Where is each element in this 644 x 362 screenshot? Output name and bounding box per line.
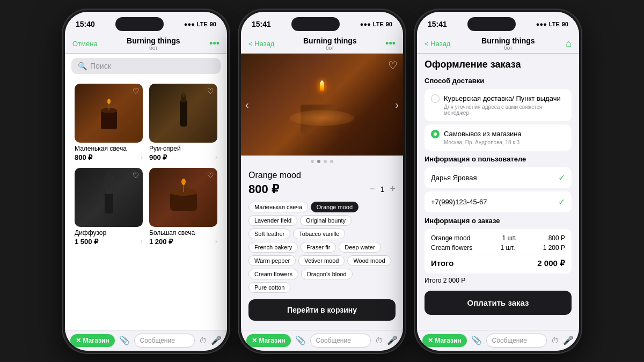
app-subtitle-1: бот	[127, 45, 180, 51]
svg-line-11	[112, 176, 114, 192]
back-button-3[interactable]: < Назад	[425, 40, 450, 48]
add-to-cart-button[interactable]: Перейти в корзину	[248, 299, 396, 321]
mic-icon-3[interactable]: 🎤	[563, 335, 574, 345]
message-placeholder-3: Сообщение	[492, 337, 527, 344]
radio-unchecked-0	[431, 94, 440, 103]
phone-3: 15:41 ●●● LTE 90 < Назад Burning things …	[415, 10, 581, 353]
delivery-option-0[interactable]: Курьерская доставка/ Пункт выдачи Для ут…	[425, 89, 572, 121]
delivery-label-0: Курьерская доставка/ Пункт выдачи	[444, 94, 561, 102]
back-button-2[interactable]: < Назад	[248, 40, 274, 48]
nav-center-1: Burning things бот	[127, 36, 180, 51]
attach-icon-2[interactable]: 📎	[295, 335, 306, 345]
scent-tag-5[interactable]: Tobacco vanille	[293, 228, 345, 239]
candle-flame	[320, 80, 324, 91]
time-icon-3[interactable]: ⏱	[551, 336, 559, 345]
scent-tag-2[interactable]: Lavender field	[248, 215, 297, 226]
carousel-prev[interactable]: ‹	[245, 98, 249, 110]
dot-3	[324, 160, 327, 163]
network-2: LTE	[373, 21, 384, 27]
message-input-3[interactable]: Сообщение	[486, 334, 547, 348]
more-button-1[interactable]: •••	[209, 38, 219, 49]
scent-tag-1[interactable]: Orange mood	[311, 202, 358, 212]
order-section-label: Информация о заказе	[425, 217, 572, 225]
detail-price: 800 ₽	[248, 182, 279, 196]
wishlist-1[interactable]: ♡	[207, 87, 214, 95]
phones-container: 15:40 ●●● LTE 90 Отмена Burning things б…	[57, 4, 587, 358]
chevron-0: ›	[141, 153, 143, 161]
price-row-0: 800 ₽ ›	[75, 153, 143, 161]
message-input-2[interactable]: Сообщение	[310, 334, 371, 348]
home-icon-3[interactable]: ⌂	[566, 38, 572, 49]
qty-decrease[interactable]: −	[369, 183, 375, 195]
scent-tag-9[interactable]: Warm pepper	[248, 255, 296, 266]
shop-button-1[interactable]: ✕ Магазин	[70, 334, 115, 347]
wishlist-3[interactable]: ♡	[207, 171, 214, 180]
order-title: Оформление заказа	[425, 59, 572, 70]
carousel-next[interactable]: ›	[395, 98, 399, 110]
product-card-0[interactable]: ♡ Маленькая свеча 800 ₽	[71, 80, 146, 165]
scent-tag-12[interactable]: Cream flowers	[248, 269, 298, 279]
price-row-1: 900 ₽ ›	[149, 153, 217, 161]
product-hero-image	[241, 54, 403, 156]
product-card-1[interactable]: ♡ Рум-спрей 900 ₽ ›	[146, 80, 221, 165]
message-input-1[interactable]: Сообщение	[134, 334, 195, 348]
app-subtitle-3: бот	[481, 45, 535, 51]
attach-icon-1[interactable]: 📎	[119, 335, 130, 345]
attach-icon-3[interactable]: 📎	[471, 335, 482, 345]
product-name-3: Большая свеча	[149, 229, 217, 237]
phone-1: 15:40 ●●● LTE 90 Отмена Burning things б…	[63, 10, 229, 353]
scent-tag-11[interactable]: Wood mood	[347, 255, 391, 266]
more-button-2[interactable]: •••	[385, 38, 396, 49]
time-icon-2[interactable]: ⏱	[375, 336, 383, 345]
carousel-dots	[241, 156, 403, 165]
qty-increase[interactable]: +	[390, 183, 396, 195]
message-placeholder-1: Сообщение	[140, 337, 175, 344]
scent-tag-3[interactable]: Original bounty	[300, 215, 352, 226]
chevron-1: ›	[215, 153, 217, 161]
battery-3: 90	[562, 21, 568, 27]
product-image-1: ♡	[149, 84, 217, 143]
scent-tag-4[interactable]: Soft leather	[248, 228, 290, 239]
status-bar-2: 15:41 ●●● LTE 90	[241, 12, 403, 33]
order-item-name-1: Cream flowers	[431, 244, 472, 252]
scent-tag-10[interactable]: Vetiver mood	[298, 255, 345, 266]
order-item-qty-1: 1 шт.	[500, 244, 515, 252]
order-info-card: Orange mood 1 шт. 800 Р Cream flowers 1 …	[425, 229, 572, 274]
mic-icon-2[interactable]: 🎤	[387, 335, 398, 345]
scent-tag-7[interactable]: Fraser fir	[301, 242, 336, 253]
mic-icon-1[interactable]: 🎤	[211, 335, 222, 345]
shop-label-3: ✕ Магазин	[428, 337, 462, 344]
svg-line-13	[111, 175, 112, 192]
scent-tag-6[interactable]: French bakery	[248, 242, 298, 253]
check-icon-1: ✓	[558, 197, 565, 207]
scent-tag-14[interactable]: Pure cotton	[248, 282, 290, 293]
hero-wishlist[interactable]: ♡	[388, 59, 398, 72]
radio-checked-1	[431, 130, 440, 138]
delivery-option-1[interactable]: Самовывоз из магазина Москва, Пр. Андроп…	[425, 124, 572, 151]
check-icon-0: ✓	[558, 173, 565, 183]
product-card-3[interactable]: ♡ Большая свеча 1 200 ₽ ›	[146, 165, 221, 249]
user-field-0[interactable]: Дарья Яровая ✓	[425, 167, 572, 188]
user-field-1[interactable]: +7(999)123-45-67 ✓	[425, 191, 572, 212]
scent-tag-0[interactable]: Маленькая свеча	[248, 202, 308, 212]
product-name-0: Маленькая свеча	[75, 145, 143, 152]
shop-button-2[interactable]: ✕ Магазин	[246, 334, 291, 347]
nav-bar-2: < Назад Burning things бот •••	[241, 33, 403, 54]
cancel-button[interactable]: Отмена	[72, 40, 98, 48]
search-bar[interactable]: 🔍 Поиск	[71, 58, 221, 74]
scent-tag-13[interactable]: Dragon's blood	[301, 269, 353, 279]
pay-button[interactable]: Оплатить заказ	[425, 291, 572, 315]
wishlist-0[interactable]: ♡	[133, 87, 140, 95]
product-price-0: 800 ₽	[75, 153, 92, 161]
chevron-3: ›	[215, 238, 217, 245]
dynamic-island-2	[291, 17, 340, 31]
time-icon-1[interactable]: ⏱	[199, 336, 207, 345]
app-title-3: Burning things	[481, 36, 535, 45]
product-card-2[interactable]: ♡ Диффузор	[71, 165, 146, 249]
total-footer: Итого 2 000 Р	[425, 277, 572, 284]
bottom-bar-3: ✕ Магазин 📎 Сообщение ⏱ 🎤	[417, 330, 579, 351]
scent-tags: Маленькая свечаOrange moodLavender field…	[248, 202, 396, 293]
wishlist-2[interactable]: ♡	[133, 171, 140, 180]
shop-button-3[interactable]: ✕ Магазин	[422, 334, 467, 347]
scent-tag-8[interactable]: Deep water	[339, 242, 380, 253]
